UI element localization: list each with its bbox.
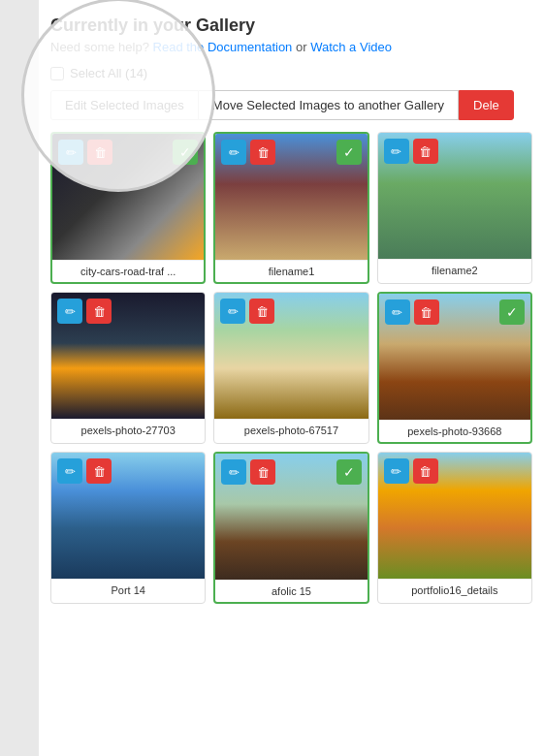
card-actions: ✏🗑 [220,299,274,324]
edit-icon[interactable]: ✏ [385,299,410,325]
delete-icon[interactable]: 🗑 [413,139,438,164]
help-static: Need some help? [50,40,149,54]
image-label: Port 14 [51,579,205,601]
delete-icon[interactable]: 🗑 [86,458,112,484]
image-label: pexels-photo-27703 [51,419,205,441]
delete-icon[interactable]: 🗑 [413,458,438,484]
image-card: ✏🗑pexels-photo-67517 [213,292,368,444]
card-actions: ✏🗑 [384,139,438,164]
image-card: ✏🗑Port 14 [50,452,206,604]
image-card: ✏🗑pexels-photo-27703 [50,292,206,444]
help-or: or [296,40,310,54]
card-actions: ✏🗑 [57,299,112,324]
image-card: ✏🗑✓afolic 15 [213,452,368,604]
delete-icon[interactable]: 🗑 [250,459,275,485]
check-badge: ✓ [499,299,525,325]
edit-icon[interactable]: ✏ [221,140,246,165]
check-badge: ✓ [173,140,198,165]
card-actions: ✏🗑 [57,458,112,484]
delete-selected-button[interactable]: Dele [459,90,514,120]
image-label: pexels-photo-93668 [379,420,530,442]
check-badge: ✓ [336,140,362,165]
delete-icon[interactable]: 🗑 [249,299,274,324]
card-actions: ✏🗑 [58,140,112,165]
card-actions: ✏🗑 [385,299,439,325]
image-label: city-cars-road-traf ... [52,260,204,282]
edit-selected-button[interactable]: Edit Selected Images [50,90,199,120]
delete-icon[interactable]: 🗑 [86,299,112,324]
page-title: Currently in your Gallery [50,16,532,36]
edit-icon[interactable]: ✏ [384,458,409,484]
edit-icon[interactable]: ✏ [57,299,82,324]
select-all-label: Select All (14) [70,66,147,80]
spacer [50,120,532,132]
page-wrapper: Currently in your Gallery Need some help… [0,0,544,756]
image-label: portfolio16_details [378,579,531,601]
select-all-container: Select All (14) [50,66,532,80]
toolbar-buttons: Edit Selected Images Move Selected Image… [50,90,532,120]
select-all-checkbox[interactable] [50,67,64,80]
image-card: ✏🗑✓city-cars-road-traf ... [50,132,206,284]
image-card: ✏🗑✓pexels-photo-93668 [377,292,532,444]
card-actions: ✏🗑 [221,140,275,165]
toolbar-section: Select All (14) Edit Selected Images Mov… [50,66,532,120]
video-link[interactable]: Watch a Video [310,40,392,54]
card-actions: ✏🗑 [384,458,438,484]
image-label: filename1 [215,260,367,282]
image-grid: ✏🗑✓city-cars-road-traf ...✏🗑✓filename1✏🗑… [50,132,532,604]
sidebar [0,0,39,756]
image-card: ✏🗑filename2 [377,132,532,284]
image-card: ✏🗑✓filename1 [213,132,368,284]
help-text: Need some help? Read the Documentation o… [50,40,532,54]
image-label: afolic 15 [215,580,367,602]
move-selected-button[interactable]: Move Selected Images to another Gallery [199,90,459,120]
delete-icon[interactable]: 🗑 [414,299,439,325]
edit-icon[interactable]: ✏ [221,459,246,485]
image-card: ✏🗑portfolio16_details [377,452,532,604]
docs-link[interactable]: Read the Documentation [153,40,293,54]
delete-icon[interactable]: 🗑 [250,140,275,165]
check-badge: ✓ [336,459,362,485]
edit-icon[interactable]: ✏ [384,139,409,164]
edit-icon[interactable]: ✏ [57,458,82,484]
main-content: Currently in your Gallery Need some help… [39,0,544,619]
image-label: pexels-photo-67517 [214,419,368,441]
edit-icon[interactable]: ✏ [58,140,83,165]
edit-icon[interactable]: ✏ [220,299,245,324]
card-actions: ✏🗑 [221,459,275,485]
delete-icon[interactable]: 🗑 [87,140,112,165]
image-label: filename2 [378,259,531,281]
